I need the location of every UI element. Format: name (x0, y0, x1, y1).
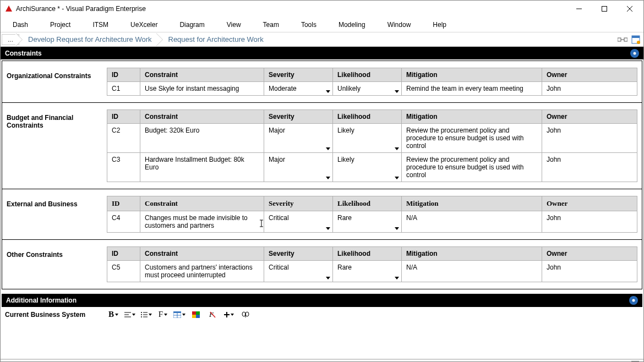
column-header-constraint[interactable]: Constraint (140, 196, 264, 211)
breadcrumb-item-develop[interactable]: Develop Request for Architecture Work (16, 33, 160, 46)
column-header-likelihood[interactable]: Likelihood (333, 247, 402, 261)
dropdown-caret-icon[interactable] (326, 90, 330, 93)
menu-view[interactable]: View (218, 19, 250, 31)
cell-severity[interactable]: Critical (264, 261, 333, 282)
menu-help[interactable]: Help (424, 19, 455, 31)
column-header-constraint[interactable]: Constraint (140, 68, 264, 82)
column-header-mitigation[interactable]: Mitigation (402, 110, 542, 124)
menu-uexceler[interactable]: UeXceler (122, 19, 166, 31)
dropdown-caret-icon[interactable] (395, 147, 399, 150)
cell-likelihood[interactable]: Likely (333, 153, 402, 182)
cell-mitigation[interactable]: N/A (402, 261, 542, 282)
pin-icon[interactable] (629, 296, 638, 305)
menu-itsm[interactable]: ITSM (84, 19, 117, 31)
cell-constraint[interactable]: Hardware Installment Budget: 80k Euro (140, 153, 264, 182)
dropdown-caret-icon[interactable] (395, 90, 399, 93)
cell-severity[interactable]: Major (264, 124, 333, 153)
cell-constraint[interactable]: Budget: 320k Euro (140, 124, 264, 153)
cell-id[interactable]: C3 (107, 153, 140, 182)
table-row[interactable]: C5Customers and partners' interactions m… (107, 261, 637, 282)
column-header-id[interactable]: ID (107, 110, 140, 124)
bold-button[interactable]: B (106, 309, 121, 321)
cell-owner[interactable]: John (542, 124, 637, 153)
cell-severity[interactable]: Major (264, 153, 333, 182)
cell-owner[interactable]: John (542, 82, 637, 96)
column-header-id[interactable]: ID (107, 247, 140, 261)
dropdown-caret-icon[interactable] (395, 227, 399, 230)
content-panel[interactable]: Organizational ConstraintsIDConstraintSe… (1, 59, 643, 359)
new-view-icon[interactable] (630, 34, 641, 45)
column-header-likelihood[interactable]: Likelihood (333, 110, 402, 124)
column-header-severity[interactable]: Severity (264, 110, 333, 124)
table-row[interactable]: C3Hardware Installment Budget: 80k EuroM… (107, 153, 637, 182)
cell-id[interactable]: C2 (107, 124, 140, 153)
dropdown-caret-icon[interactable] (326, 147, 330, 150)
cell-severity[interactable]: Moderate (264, 82, 333, 96)
cell-id[interactable]: C1 (107, 82, 140, 96)
diagram-tool-icon[interactable] (617, 34, 628, 45)
dropdown-caret-icon[interactable] (395, 177, 399, 179)
clear-format-button[interactable]: F (205, 309, 220, 321)
column-header-owner[interactable]: Owner (542, 196, 637, 211)
column-header-owner[interactable]: Owner (542, 68, 637, 82)
column-header-likelihood[interactable]: Likelihood (333, 196, 402, 211)
cell-constraint[interactable]: Changes must be made invisible to custom… (140, 211, 264, 233)
cell-likelihood[interactable]: Rare (333, 261, 402, 282)
font-button[interactable]: F (156, 309, 170, 321)
table-row[interactable]: C4Changes must be made invisible to cust… (107, 211, 637, 233)
cell-likelihood[interactable]: Rare (333, 211, 402, 233)
find-button[interactable] (238, 309, 253, 321)
close-button[interactable] (617, 1, 642, 17)
pin-icon[interactable] (630, 49, 639, 58)
svg-rect-28 (192, 315, 196, 318)
column-header-id[interactable]: ID (107, 68, 140, 82)
cell-constraint[interactable]: Customers and partners' interactions mus… (140, 261, 264, 282)
cell-mitigation[interactable]: Remind the team in every team meeting (402, 82, 542, 96)
column-header-mitigation[interactable]: Mitigation (402, 68, 542, 82)
color-button[interactable] (189, 309, 203, 321)
cell-mitigation[interactable]: N/A (402, 211, 542, 233)
dropdown-caret-icon[interactable] (326, 227, 330, 230)
table-row[interactable]: C1Use Skyle for instant messagingModerat… (107, 82, 637, 96)
list-button[interactable] (139, 309, 154, 321)
insert-button[interactable] (222, 309, 236, 321)
menu-diagram[interactable]: Diagram (171, 19, 213, 31)
cell-mitigation[interactable]: Review the procurement policy and proced… (402, 153, 542, 182)
column-header-owner[interactable]: Owner (542, 247, 637, 261)
menu-modeling[interactable]: Modeling (330, 19, 374, 31)
table-button[interactable] (172, 309, 187, 321)
column-header-likelihood[interactable]: Likelihood (333, 68, 402, 82)
align-button[interactable] (123, 309, 137, 321)
breadcrumb-item-request[interactable]: Request for Architecture Work (156, 33, 272, 46)
cell-owner[interactable]: John (542, 261, 637, 282)
menu-team[interactable]: Team (254, 19, 288, 31)
menu-tools[interactable]: Tools (292, 19, 325, 31)
cell-id[interactable]: C5 (107, 261, 140, 282)
menu-project[interactable]: Project (41, 19, 79, 31)
dropdown-caret-icon[interactable] (326, 277, 330, 279)
cell-id[interactable]: C4 (107, 211, 140, 233)
column-header-owner[interactable]: Owner (542, 110, 637, 124)
column-header-constraint[interactable]: Constraint (140, 110, 264, 124)
cell-likelihood[interactable]: Unlikely (333, 82, 402, 96)
column-header-mitigation[interactable]: Mitigation (402, 247, 542, 261)
cell-likelihood[interactable]: Likely (333, 124, 402, 153)
column-header-mitigation[interactable]: Mitigation (402, 196, 542, 211)
column-header-id[interactable]: ID (107, 196, 140, 211)
cell-severity[interactable]: Critical (264, 211, 333, 233)
cell-constraint[interactable]: Use Skyle for instant messaging (140, 82, 264, 96)
column-header-severity[interactable]: Severity (264, 196, 333, 211)
cell-owner[interactable]: John (542, 211, 637, 233)
dropdown-caret-icon[interactable] (395, 277, 399, 279)
column-header-severity[interactable]: Severity (264, 68, 333, 82)
column-header-severity[interactable]: Severity (264, 247, 333, 261)
dropdown-caret-icon[interactable] (326, 177, 330, 179)
menu-dash[interactable]: Dash (4, 19, 37, 31)
minimize-button[interactable] (566, 1, 592, 17)
column-header-constraint[interactable]: Constraint (140, 247, 264, 261)
table-row[interactable]: C2Budget: 320k EuroMajorLikelyReview the… (107, 124, 637, 153)
menu-window[interactable]: Window (379, 19, 420, 31)
cell-owner[interactable]: John (542, 153, 637, 182)
maximize-button[interactable] (592, 1, 617, 17)
cell-mitigation[interactable]: Review the procurement policy and proced… (402, 124, 542, 153)
